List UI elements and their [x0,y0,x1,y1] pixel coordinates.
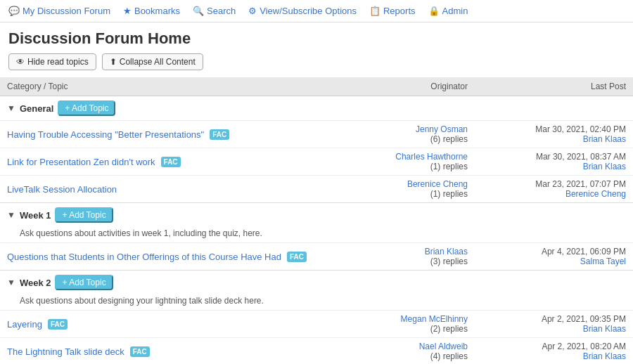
lastpost-author: Brian Klaas [583,351,626,361]
nav-admin[interactable]: 🔒 Admin [428,6,468,16]
page-title: Discussion Forum Home [0,22,633,53]
originator-name: Jenny Osman [416,124,468,134]
reply-count: (6) replies [430,134,468,144]
category-name: Week 1 [20,210,51,221]
reply-count: (4) replies [430,351,468,361]
add-topic-button[interactable]: + Add Topic [55,275,113,290]
search-icon: 🔍 [193,6,204,16]
category-row: ▼ Week 2 + Add Topic [0,271,633,295]
add-topic-button[interactable]: + Add Topic [55,207,113,223]
fac-badge: FAC [48,319,68,330]
originator-cell: Berenice Cheng (1) replies [348,176,475,203]
chevron-icon: ▼ [7,278,15,287]
chevron-icon: ▼ [7,103,15,113]
add-topic-button[interactable]: + Add Topic [58,100,115,116]
nav-reports[interactable]: 📋 Reports [369,6,416,16]
lastpost-cell: Apr 2, 2021, 09:35 PM Brian Klaas [475,311,633,338]
nav-my-discussion-forum[interactable]: 💬 My Discussion Forum [8,6,110,16]
collapse-icon: ⬆ [110,57,117,67]
originator-name: Charles Hawthorne [395,152,468,162]
topic-link[interactable]: Questions that Students in Other Offerin… [7,252,281,262]
originator-name: Brian Klaas [425,247,468,256]
col-header-topic: Category / Topic [0,77,348,96]
lastpost-cell: Mar 30, 2021, 08:37 AM Brian Klaas [475,148,633,176]
fac-badge: FAC [130,346,150,357]
lastpost-cell: Apr 2, 2021, 08:20 AM Brian Klaas [475,338,633,365]
topic-link[interactable]: The Lightning Talk slide deck [7,346,124,357]
fac-badge: FAC [287,252,307,262]
lastpost-date: Apr 2, 2021, 09:35 PM [542,314,626,324]
category-name: General [20,103,53,114]
lastpost-date: Mar 30, 2021, 02:40 PM [535,124,626,134]
originator-cell: Charles Hawthorne (1) replies [348,148,475,176]
admin-icon: 🔒 [428,6,440,16]
originator-name: Berenice Cheng [407,179,468,189]
topic-link[interactable]: Link for Presentation Zen didn't work [7,157,155,167]
hide-read-topics-button[interactable]: 👁 Hide read topics [8,53,96,70]
nav-view-subscribe[interactable]: ⚙ View/Subscribe Options [248,6,357,16]
nav-bookmarks[interactable]: ★ Bookmarks [123,6,180,16]
col-header-originator: Originator [348,77,475,96]
lastpost-date: Mar 23, 2021, 07:07 PM [535,179,626,189]
lastpost-date: Mar 30, 2021, 08:37 AM [536,152,626,162]
category-name: Week 2 [20,278,51,288]
category-desc-row: Ask questions about activities in week 1… [0,227,633,243]
action-bar: 👁 Hide read topics ⬆ Collapse All Conten… [0,53,633,77]
reply-count: (1) replies [430,162,468,171]
table-row: Having Trouble Accessing "Better Present… [0,121,633,148]
topic-link[interactable]: LiveTalk Session Allocation [7,184,117,195]
lastpost-cell: Apr 4, 2021, 06:09 PM Salma Tayel [475,243,633,271]
chevron-icon: ▼ [7,210,15,220]
originator-name: Megan McElhinny [401,314,468,324]
eye-icon: 👁 [16,57,25,67]
lastpost-author: Brian Klaas [583,162,626,171]
lastpost-date: Apr 2, 2021, 08:20 AM [542,342,626,351]
lastpost-author: Salma Tayel [580,256,626,266]
category-row: ▼ Week 1 + Add Topic [0,203,633,228]
lastpost-cell: Mar 30, 2021, 02:40 PM Brian Klaas [475,121,633,148]
category-row: ▼ General + Add Topic [0,96,633,121]
table-row: Questions that Students in Other Offerin… [0,243,633,271]
topic-link[interactable]: Layering [7,319,42,330]
table-row: The Lightning Talk slide deck FAC Nael A… [0,338,633,365]
lastpost-author: Brian Klaas [583,134,626,144]
topic-link[interactable]: Having Trouble Accessing "Better Present… [7,129,204,140]
forum-table: Category / Topic Originator Last Post ▼ … [0,77,633,364]
reply-count: (3) replies [430,256,468,266]
lastpost-cell: Mar 23, 2021, 07:07 PM Berenice Cheng [475,176,633,203]
lastpost-author: Brian Klaas [583,324,626,334]
originator-cell: Nael Aldweib (4) replies [348,338,475,365]
reports-icon: 📋 [369,6,381,16]
category-desc-row: Ask questions about designing your light… [0,294,633,311]
originator-cell: Jenny Osman (6) replies [348,121,475,148]
collapse-all-button[interactable]: ⬆ Collapse All Content [102,53,203,70]
table-header-row: Category / Topic Originator Last Post [0,77,633,96]
nav-search[interactable]: 🔍 Search [193,6,236,16]
col-header-lastpost: Last Post [475,77,633,96]
lastpost-date: Apr 4, 2021, 06:09 PM [542,247,626,256]
fac-badge: FAC [210,129,229,140]
gear-icon: ⚙ [248,6,257,16]
table-row: Link for Presentation Zen didn't work FA… [0,148,633,176]
table-row: LiveTalk Session Allocation Berenice Che… [0,176,633,203]
fac-badge: FAC [161,157,181,167]
originator-cell: Megan McElhinny (2) replies [348,311,475,338]
reply-count: (2) replies [430,324,468,334]
reply-count: (1) replies [430,189,468,199]
originator-name: Nael Aldweib [419,342,468,351]
originator-cell: Brian Klaas (3) replies [348,243,475,271]
forum-icon: 💬 [8,6,20,16]
bookmarks-icon: ★ [123,6,132,16]
lastpost-author: Berenice Cheng [565,189,626,199]
top-nav: 💬 My Discussion Forum ★ Bookmarks 🔍 Sear… [0,0,633,22]
table-row: Layering FAC Megan McElhinny (2) replies… [0,311,633,338]
